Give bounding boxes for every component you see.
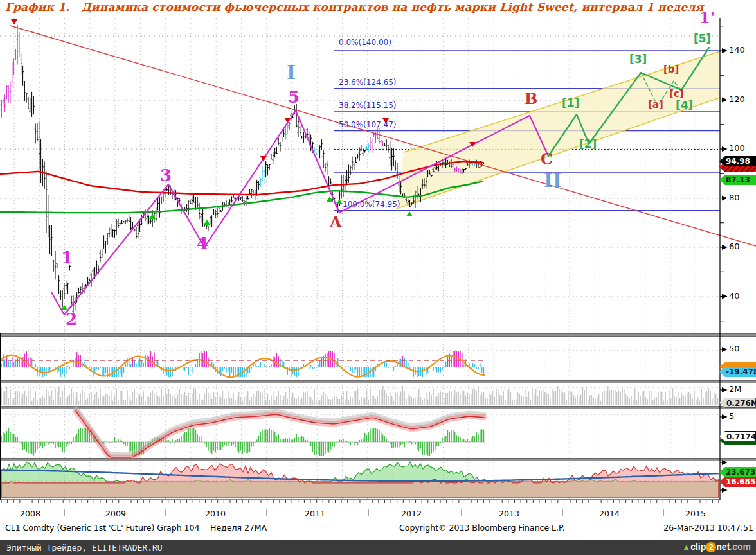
proj-label-b: [b]: [663, 65, 679, 75]
price-tick-40: 40: [729, 292, 740, 300]
logo-arrow-icon: ▲: [682, 542, 690, 552]
clip2net-logo[interactable]: ▲clip2net.com: [682, 542, 751, 552]
logo-com-text: .com: [730, 542, 751, 552]
oscillator-panel: [0, 408, 720, 457]
fib-label-50: 50.0%(107.47): [339, 121, 396, 128]
ma-setting-label: Неделя 27MA: [210, 524, 267, 533]
proj-label-c: [c]: [669, 89, 684, 99]
macd-value-badge: -19.4787: [719, 367, 756, 377]
fib-label-236: 23.6%(124.65): [339, 78, 396, 86]
logo-clip-text: clip: [690, 542, 706, 552]
year-label-2009: 2009: [105, 510, 126, 518]
proj-label-5: [5]: [694, 33, 711, 44]
wave-label-C: C: [541, 152, 553, 167]
price-tick-120: 120: [729, 95, 745, 103]
year-label-2015: 2015: [685, 510, 706, 518]
wave-label-4: 4: [197, 235, 208, 252]
buy-arrow-icon: [406, 211, 413, 216]
panel-tick-2m: 2M: [729, 385, 742, 393]
wave-label-II: II: [544, 171, 562, 190]
fib-label-382: 38.2%(115.15): [339, 101, 396, 109]
fib-label-100: 100.0%(74.95): [343, 200, 400, 208]
footer-site-label: Элитный Трейдер, ELITETRADER.RU: [6, 543, 163, 552]
logo-net-text: net: [716, 542, 730, 552]
year-label-2008: 2008: [20, 510, 40, 518]
proj-label-2: [2]: [579, 139, 597, 150]
year-label-2011: 2011: [305, 510, 325, 518]
fib-label-0: 0.0%(140.00): [339, 39, 392, 46]
macd-panel: [0, 351, 720, 377]
sell-arrow-icon: [11, 19, 17, 24]
last-price-badge: 94.98: [719, 156, 756, 166]
timestamp-label: 26-Mar-2013 10:47:51: [663, 524, 753, 533]
year-label-2010: 2010: [205, 510, 226, 518]
wave-label-1-prime: 1': [699, 10, 715, 26]
year-label-2014: 2014: [599, 510, 620, 518]
dmi-panel: [0, 462, 720, 498]
volume-value-badge: 0.276M: [719, 398, 756, 408]
footer-bar: Элитный Трейдер, ELITETRADER.RU ▲clip2ne…: [0, 540, 756, 555]
osc-value-badge: 0.7174: [719, 431, 756, 441]
chart-title: График 1. Динамика стоимости фьючерсных …: [5, 1, 704, 13]
panel-tick-5: 5: [729, 412, 734, 420]
copyright-label: Copyright© 2013 Bloomberg Finance L.P.: [399, 524, 565, 533]
price-tick-100: 100: [729, 144, 745, 152]
dmi-minus-badge: 16.6855: [719, 477, 756, 487]
wave-label-5: 5: [288, 89, 300, 105]
buy-arrow-icon: [336, 199, 343, 204]
wave-label-3: 3: [160, 167, 172, 184]
dmi-plus-badge: 23.6731: [719, 467, 756, 477]
proj-label-4: [4]: [676, 100, 693, 111]
wave-label-1: 1: [61, 249, 73, 266]
proj-label-a: [a]: [648, 100, 663, 110]
price-tick-80: 80: [729, 193, 740, 202]
year-label-2012: 2012: [401, 510, 422, 518]
logo-two-badge: 2: [706, 542, 716, 552]
screenshot-root: График 1. Динамика стоимости фьючерсных …: [0, 0, 756, 555]
year-label-2013: 2013: [499, 510, 519, 518]
price-tick-60: 60: [729, 242, 740, 251]
volume-panel: [0, 386, 720, 405]
wave-label-B: B: [525, 91, 537, 107]
wave-label-I: I: [287, 63, 296, 82]
wave-label-A: A: [330, 215, 342, 230]
instrument-label: CL1 Comdty (Generic 1st 'CL' Future) Gra…: [5, 524, 199, 533]
proj-label-1: [1]: [562, 98, 579, 109]
proj-label-3: [3]: [629, 54, 647, 65]
green-ma-badge: 87.13: [719, 175, 756, 185]
buy-arrow-icon: [204, 220, 210, 225]
panel-tick-50: 50: [729, 344, 740, 353]
price-tick-140: 140: [729, 46, 745, 54]
wave-label-2: 2: [66, 311, 77, 328]
sell-arrow-icon: [260, 156, 267, 161]
